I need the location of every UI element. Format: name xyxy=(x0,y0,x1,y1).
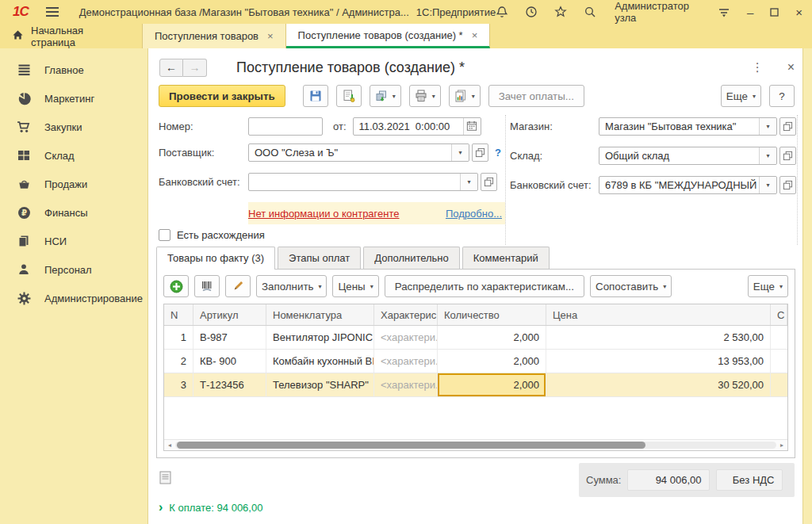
bank-account2-input[interactable]: 6789 в КБ "МЕЖДУНАРОДНЫЙ Б ▾ xyxy=(599,176,777,194)
tab-goods-receipt-new[interactable]: Поступление товаров (создание) * × xyxy=(286,24,491,48)
chevron-down-icon[interactable]: ▾ xyxy=(759,118,776,135)
to-pay-expander[interactable]: › К оплате: 94 006,00 xyxy=(159,501,262,514)
post-and-close-button[interactable]: Провести и закрыть xyxy=(159,85,285,107)
more-menu-icon[interactable]: ⋮ xyxy=(752,60,764,75)
tab-payment-stages[interactable]: Этапы оплат xyxy=(278,247,361,269)
close-tab-icon[interactable]: × xyxy=(267,30,274,42)
reports-button[interactable]: ▾ xyxy=(449,85,481,107)
cell-item[interactable]: Вентилятор JIPONIC (... xyxy=(266,326,374,349)
minimize-button[interactable]: – xyxy=(747,6,753,18)
chevron-down-icon[interactable]: ▾ xyxy=(759,177,776,193)
post-document-button[interactable] xyxy=(336,85,362,107)
notifications-bell-icon[interactable] xyxy=(496,6,508,19)
cell-n[interactable]: 2 xyxy=(164,350,193,373)
column-header-n[interactable]: N xyxy=(164,304,193,325)
sidebar-item-finance[interactable]: ₽ Финансы xyxy=(0,198,147,227)
supplier-help-icon[interactable]: ? xyxy=(495,147,501,159)
cell-quantity[interactable]: 2,000 xyxy=(438,350,546,373)
cell-characteristic[interactable]: <характери... xyxy=(374,350,438,373)
open-supplier-icon[interactable] xyxy=(472,143,488,162)
open-warehouse-icon[interactable] xyxy=(779,147,796,165)
tab-home-page[interactable]: Начальная страница xyxy=(0,24,143,48)
connection-indicator-icon[interactable] xyxy=(718,6,730,19)
cell-quantity-selected[interactable]: 2,000 xyxy=(438,373,546,396)
cell-price[interactable]: 13 953,00 xyxy=(546,350,771,373)
close-form-button[interactable]: × xyxy=(787,60,795,75)
cell-n[interactable]: 3 xyxy=(164,373,193,396)
open-bank-account2-icon[interactable] xyxy=(779,176,796,194)
create-based-on-button[interactable]: ▾ xyxy=(370,85,401,107)
column-header-sum[interactable]: С xyxy=(771,304,787,325)
cell-n[interactable]: 1 xyxy=(164,326,193,349)
more-button[interactable]: Еще ▾ xyxy=(721,85,761,107)
column-header-characteristic[interactable]: Характерис... xyxy=(374,304,438,325)
cell-characteristic[interactable]: <характери... xyxy=(374,373,438,396)
notes-icon[interactable] xyxy=(159,471,171,487)
prices-button[interactable]: Цены ▾ xyxy=(332,275,378,297)
tab-goods-receipts-list[interactable]: Поступления товаров × xyxy=(143,24,286,48)
sidebar-item-main[interactable]: Главное xyxy=(0,55,147,84)
column-header-item[interactable]: Номенклатура xyxy=(266,304,374,325)
payment-offset-button[interactable]: Зачет оплаты... xyxy=(488,85,584,107)
cell-sum[interactable] xyxy=(771,373,787,396)
cell-sku[interactable]: Т-123456 xyxy=(193,373,266,396)
chevron-down-icon[interactable]: ▾ xyxy=(460,174,477,190)
history-icon[interactable] xyxy=(525,6,538,19)
tab-additional[interactable]: Дополнительно xyxy=(363,247,460,269)
column-header-sku[interactable]: Артикул xyxy=(193,304,266,325)
print-button[interactable]: ▾ xyxy=(409,85,441,107)
calendar-icon[interactable] xyxy=(463,118,481,135)
sidebar-item-administration[interactable]: Администрирование xyxy=(0,284,147,312)
distribute-by-characteristics-button[interactable]: Распределить по характеристикам... xyxy=(385,275,584,297)
cell-characteristic[interactable]: <характери... xyxy=(374,326,438,349)
no-counterparty-info-link[interactable]: Нет информации о контрагенте xyxy=(248,208,400,220)
favorites-star-icon[interactable] xyxy=(554,6,567,19)
cell-sum[interactable] xyxy=(771,326,787,349)
cell-item[interactable]: Телевизор "SHARP" xyxy=(266,373,374,396)
cell-item[interactable]: Комбайн кухонный BI... xyxy=(266,350,374,373)
save-button[interactable] xyxy=(303,85,328,107)
back-arrow-button[interactable]: ← xyxy=(159,59,183,77)
chevron-down-icon[interactable]: ▾ xyxy=(759,147,776,164)
sidebar-item-purchases[interactable]: Закупки xyxy=(0,113,147,141)
table-more-button[interactable]: Еще ▾ xyxy=(748,275,788,297)
horizontal-scrollbar[interactable]: ◂ ▸ xyxy=(164,439,787,450)
tab-goods-by-fact[interactable]: Товары по факту (3) xyxy=(156,247,275,270)
add-row-button[interactable] xyxy=(163,275,189,297)
table-row[interactable]: 1 В-987 Вентилятор JIPONIC (... <характе… xyxy=(164,326,787,350)
open-bank-account-icon[interactable] xyxy=(481,173,497,191)
bank-account-input[interactable]: ▾ xyxy=(248,173,478,191)
edit-pen-button[interactable] xyxy=(225,275,251,297)
close-tab-icon[interactable]: × xyxy=(472,29,478,41)
discrepancies-checkbox[interactable] xyxy=(159,229,170,241)
cell-sum[interactable] xyxy=(771,350,787,373)
tab-comment[interactable]: Комментарий xyxy=(462,247,550,269)
sidebar-item-nsi[interactable]: НСИ xyxy=(0,227,147,255)
sidebar-item-personnel[interactable]: Персонал xyxy=(0,255,147,284)
cell-quantity[interactable]: 2,000 xyxy=(438,326,546,349)
scrollbar-thumb[interactable] xyxy=(177,442,645,449)
details-link[interactable]: Подробно... xyxy=(446,208,502,220)
supplier-input[interactable]: ООО "Слеза и Ъ" ▾ xyxy=(248,143,469,162)
scrollbar-track[interactable] xyxy=(175,442,776,449)
column-header-price[interactable]: Цена xyxy=(546,304,771,325)
number-input[interactable] xyxy=(248,117,323,136)
forward-arrow-button[interactable]: → xyxy=(183,59,207,77)
chevron-down-icon[interactable]: ▾ xyxy=(451,144,469,161)
search-icon[interactable] xyxy=(584,6,596,19)
warehouse-input[interactable]: Общий склад ▾ xyxy=(599,147,777,165)
cell-sku[interactable]: В-987 xyxy=(193,326,266,349)
vat-value[interactable]: Без НДС xyxy=(716,469,783,491)
date-input[interactable]: 11.03.2021 0:00:00 xyxy=(353,117,481,136)
sidebar-item-sales[interactable]: Продажи xyxy=(0,170,147,198)
column-header-quantity[interactable]: Количество xyxy=(438,304,546,325)
open-shop-icon[interactable] xyxy=(779,117,796,136)
scroll-left-arrow-icon[interactable]: ◂ xyxy=(164,442,175,449)
main-menu-icon[interactable] xyxy=(46,5,59,19)
match-button[interactable]: Сопоставить ▾ xyxy=(590,275,672,297)
close-window-button[interactable]: × xyxy=(795,6,802,18)
cell-sku[interactable]: КВ- 900 xyxy=(193,350,266,373)
current-user[interactable]: Администратор узла xyxy=(615,0,699,24)
maximize-button[interactable] xyxy=(770,6,779,18)
cell-price[interactable]: 30 520,00 xyxy=(546,373,771,396)
